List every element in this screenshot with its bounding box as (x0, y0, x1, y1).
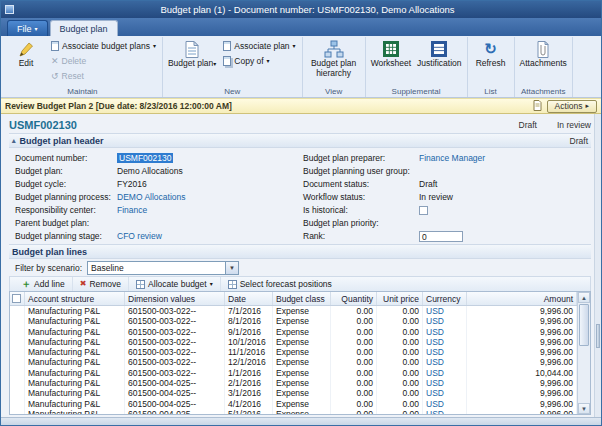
cell-currency[interactable]: USD (423, 337, 467, 347)
window-icon (5, 5, 14, 14)
table-row[interactable]: Manufacturing P&L601500-003-022--9/1/201… (10, 327, 577, 337)
rank-input[interactable]: 0 (419, 231, 463, 242)
col-currency[interactable]: Currency (423, 292, 467, 305)
status-bar (1, 417, 601, 425)
remove-button[interactable]: ✖ Remove (73, 277, 129, 291)
associate-plan-icon (223, 41, 231, 51)
associate-budget-plans-button[interactable]: Associate budget plans ▾ (48, 39, 159, 53)
actions-button[interactable]: Actions ▸ (547, 100, 597, 113)
new-budget-plan-button[interactable]: Budget plan▾ (166, 37, 218, 85)
select-all-checkbox[interactable] (12, 294, 21, 303)
cell-currency[interactable]: USD (423, 306, 467, 316)
cell-currency[interactable]: USD (423, 409, 467, 414)
row-selector[interactable] (10, 388, 25, 398)
tab-file[interactable]: File ▾ (7, 20, 48, 36)
add-line-button[interactable]: ＋ Add line (14, 277, 73, 291)
row-selector[interactable] (10, 357, 25, 367)
cell-currency[interactable]: USD (423, 388, 467, 398)
row-selector[interactable] (10, 347, 25, 357)
cell-account-structure: Manufacturing P&L (25, 347, 125, 357)
col-budget-class[interactable]: Budget class (273, 292, 331, 305)
document-number-value[interactable]: USMF002130 (117, 153, 173, 163)
cell-quantity: 0.00 (331, 357, 377, 367)
cell-currency[interactable]: USD (423, 368, 467, 378)
cell-currency[interactable]: USD (423, 316, 467, 326)
row-selector[interactable] (10, 337, 25, 347)
row-selector[interactable] (10, 368, 25, 378)
edit-button[interactable]: Edit (6, 37, 46, 85)
col-amount[interactable]: Amount (467, 292, 577, 305)
associate-plan-button[interactable]: Associate plan ▾ (220, 39, 298, 53)
scroll-down-button[interactable]: ▼ (578, 403, 590, 414)
budget-cycle-value[interactable]: FY2016 (117, 179, 147, 189)
row-selector[interactable] (10, 316, 25, 326)
cell-budget-class: Expense (273, 327, 331, 337)
col-dimension-values[interactable]: Dimension values (125, 292, 225, 305)
attachments-button[interactable]: Attachments (518, 37, 569, 85)
table-row[interactable]: Manufacturing P&L601500-003-022--8/1/201… (10, 316, 577, 326)
section-budget-plan-lines[interactable]: Budget plan lines (9, 244, 591, 259)
worksheet-button[interactable]: Worksheet (369, 37, 413, 85)
allocate-budget-button[interactable]: Allocate budget ▾ (129, 277, 221, 291)
table-row[interactable]: Manufacturing P&L601500-003-022--11/1/20… (10, 347, 577, 357)
table-row[interactable]: Manufacturing P&L601500-004-025--5/1/201… (10, 409, 577, 414)
scenario-select[interactable]: Baseline ▼ (87, 261, 239, 275)
copy-of-button[interactable]: Copy of ▾ (220, 54, 298, 68)
cell-budget-class: Expense (273, 337, 331, 347)
scroll-track[interactable] (578, 347, 590, 403)
budget-planning-process-link[interactable]: DEMO Allocations (117, 192, 186, 202)
justification-button[interactable]: Justification (415, 37, 463, 85)
tab-budget-plan[interactable]: Budget plan (50, 20, 118, 36)
budget-plan-preparer-link[interactable]: Finance Manager (419, 153, 485, 163)
delete-button[interactable]: ✕ Delete (48, 54, 159, 68)
form-content: USMF002130 Draft In review ▴ Budget plan… (1, 114, 601, 417)
col-unit-price[interactable]: Unit price (377, 292, 423, 305)
cell-currency[interactable]: USD (423, 357, 467, 367)
refresh-button[interactable]: ↻ Refresh (471, 37, 511, 85)
row-selector[interactable] (10, 378, 25, 388)
scroll-thumb[interactable] (579, 304, 589, 346)
table-row[interactable]: Manufacturing P&L601500-003-022--10/1/20… (10, 337, 577, 347)
cell-currency[interactable]: USD (423, 399, 467, 409)
cell-account-structure: Manufacturing P&L (25, 327, 125, 337)
form-scrollbar[interactable] (594, 114, 601, 417)
col-quantity[interactable]: Quantity (331, 292, 377, 305)
pencil-icon (17, 39, 35, 59)
responsibility-center-link[interactable]: Finance (117, 205, 147, 215)
reset-arrow-icon: ↺ (51, 72, 59, 81)
ribbon-group-attachments: Attachments Attachments (515, 37, 573, 97)
field-workflow-status: Workflow status: In review (303, 191, 591, 203)
section-budget-plan-header[interactable]: ▴ Budget plan header Draft (9, 133, 591, 148)
table-row[interactable]: Manufacturing P&L601500-003-022--12/1/20… (10, 357, 577, 367)
select-all-cell[interactable] (10, 292, 25, 305)
row-selector[interactable] (10, 306, 25, 316)
scroll-up-button[interactable]: ▲ (578, 292, 590, 303)
table-row[interactable]: Manufacturing P&L601500-003-022--1/1/201… (10, 368, 577, 378)
table-row[interactable]: Manufacturing P&L601500-004-025--2/1/201… (10, 378, 577, 388)
cell-currency[interactable]: USD (423, 378, 467, 388)
document-status-value: Draft (419, 179, 437, 189)
cell-unit-price: 0.00 (377, 316, 423, 326)
cell-budget-class: Expense (273, 368, 331, 378)
reset-button[interactable]: ↺ Reset (48, 69, 159, 83)
budget-plan-value[interactable]: Demo Allocations (117, 166, 183, 176)
form-scroll-thumb[interactable] (596, 324, 600, 348)
table-row[interactable]: Manufacturing P&L601500-004-025--3/1/201… (10, 388, 577, 398)
titlebar: Budget plan (1) - Document number: USMF0… (1, 1, 601, 18)
table-row[interactable]: Manufacturing P&L601500-004-025--4/1/201… (10, 399, 577, 409)
col-account-structure[interactable]: Account structure (25, 292, 125, 305)
row-selector[interactable] (10, 327, 25, 337)
cell-currency[interactable]: USD (423, 327, 467, 337)
select-forecast-positions-button[interactable]: Select forecast positions (221, 277, 339, 291)
is-historical-checkbox[interactable] (419, 206, 428, 215)
cell-currency[interactable]: USD (423, 347, 467, 357)
budget-planning-stage-link[interactable]: CFO review (117, 231, 162, 241)
grid-scrollbar[interactable]: ▲ ▼ (577, 292, 590, 414)
budget-plan-hierarchy-button[interactable]: Budget plan hierarchy (306, 37, 362, 85)
col-date[interactable]: Date (225, 292, 273, 305)
row-selector[interactable] (10, 409, 25, 414)
row-selector[interactable] (10, 399, 25, 409)
cell-amount: 10,044.00 (467, 368, 577, 378)
table-row[interactable]: Manufacturing P&L601500-003-022--7/1/201… (10, 306, 577, 316)
cell-dimension-values: 601500-003-022-- (125, 316, 225, 326)
